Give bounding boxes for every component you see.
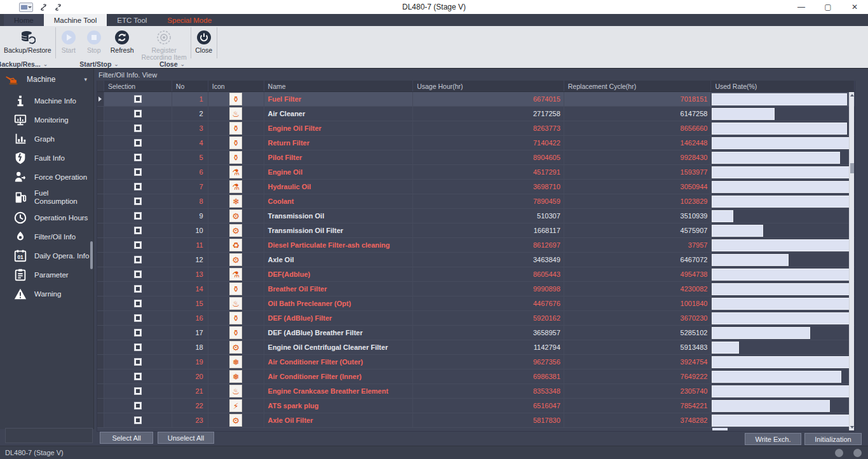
row-name-cell: Transmission Oil	[264, 209, 414, 223]
table-vertical-scrollbar[interactable]	[849, 92, 854, 430]
row-checkbox[interactable]	[134, 241, 142, 249]
row-checkbox[interactable]	[134, 343, 142, 351]
sidebar-header[interactable]: Machine ▾	[0, 69, 93, 91]
table-row[interactable]: 12⚙Axle Oil34638496467072	[97, 253, 855, 267]
scroll-up-icon[interactable]	[850, 92, 855, 98]
status-connection-icon[interactable]	[835, 449, 843, 457]
sidebar-scrollbar[interactable]	[90, 241, 93, 269]
ribbon-group-backup: Backup/Restore	[0, 26, 55, 60]
row-checkbox[interactable]	[134, 256, 142, 263]
tab-home[interactable]: Home	[4, 14, 44, 26]
row-checkbox[interactable]	[134, 227, 142, 234]
table-row[interactable]: 19❅Air Conditioner Filter (Outer)9627356…	[97, 355, 855, 369]
tab-machine-tool[interactable]: Machine Tool	[44, 14, 107, 26]
unselect-all-button[interactable]: Unselect All	[158, 432, 214, 444]
col-selection[interactable]: Selection	[104, 81, 172, 91]
table-row[interactable]: 17⚱DEF (AdBlue) Breather Filter365895752…	[97, 326, 855, 340]
table-row[interactable]: 8❄Coolant78904591023829	[97, 194, 855, 209]
table-row[interactable]: 16⚱DEF (AdBlue) Filter59201623670230	[97, 311, 855, 326]
row-checkbox[interactable]	[134, 139, 142, 147]
maximize-button[interactable]: ▢	[815, 0, 841, 14]
sidebar-item-fault-info[interactable]: Fault Info	[0, 149, 93, 168]
table-row[interactable]: 9⚙Transmission Oil5103073510939	[97, 209, 855, 223]
table-row[interactable]: 7⚗Hydraulic Oil36987103050944	[97, 180, 855, 194]
row-checkbox[interactable]	[134, 270, 142, 278]
table-row[interactable]: 6⚗Engine Oil45172911593977	[97, 165, 855, 180]
row-checkbox[interactable]	[134, 95, 142, 103]
col-replacement-cycle[interactable]: Replacement Cycle(hr)	[564, 81, 712, 91]
write-exch-button[interactable]: Write Exch.	[745, 433, 801, 445]
table-row[interactable]: 20❅Air Conditioner Filter (Inner)6986381…	[97, 369, 855, 384]
table-row[interactable]: 5⚱Pilot Filter89046059928430	[97, 150, 855, 165]
table-row[interactable]: 11♻Diesel Particulate Filter-ash cleanin…	[97, 238, 855, 253]
scrollbar-thumb[interactable]	[850, 163, 854, 173]
minimize-button[interactable]: —	[788, 0, 815, 14]
row-name-cell: Coolant	[264, 194, 414, 208]
dialog-launcher-icon[interactable]: ⌄	[180, 61, 186, 67]
row-checkbox[interactable]	[134, 110, 142, 117]
table-row[interactable]: 1⚱Fuel Filter66740157018151	[97, 92, 855, 107]
row-checkbox[interactable]	[134, 300, 142, 307]
sidebar-item-fuel-consumption[interactable]: FuelConsumption	[0, 187, 93, 208]
refresh-button[interactable]: Refresh	[107, 28, 138, 54]
row-checkbox[interactable]	[134, 168, 142, 176]
row-checkbox[interactable]	[134, 387, 142, 395]
transmission-oil-filter-icon: ⚙	[229, 224, 242, 237]
table-row[interactable]: 21♨Engine Crankcase Breather Element8353…	[97, 384, 855, 399]
select-all-button[interactable]: Select All	[100, 432, 153, 444]
close-window-button[interactable]: ✕	[841, 0, 868, 14]
row-checkbox[interactable]	[134, 402, 142, 409]
status-help-icon[interactable]	[853, 449, 862, 457]
sidebar-item-parameter[interactable]: Parameter	[0, 265, 93, 284]
row-checkbox[interactable]	[134, 197, 142, 205]
row-checkbox[interactable]	[134, 154, 142, 161]
row-checkbox[interactable]	[134, 416, 142, 424]
scroll-down-icon[interactable]	[850, 424, 855, 430]
sidebar-item-label: Graph	[34, 135, 55, 143]
row-checkbox[interactable]	[134, 212, 142, 220]
table-row[interactable]: 14⚱Breather Oil Filter99908984230082	[97, 282, 855, 296]
col-no[interactable]: No	[172, 81, 208, 91]
row-selection-cell	[104, 340, 172, 354]
hydraulic-oil-icon: ⚗	[229, 180, 242, 193]
row-cycle-cell: 2305740	[564, 384, 712, 398]
row-checkbox[interactable]	[134, 314, 142, 322]
close-button[interactable]: Close	[191, 28, 217, 54]
row-checkbox[interactable]	[134, 329, 142, 336]
tab-special-mode[interactable]: Special Mode	[157, 14, 222, 26]
sidebar-item-graph[interactable]: Graph	[0, 130, 93, 149]
sidebar-item-force-operation[interactable]: Force Operation	[0, 168, 93, 187]
table-row[interactable]: 15♨Oil Bath Precleaner (Opt)446767610018…	[97, 296, 855, 311]
row-checkbox[interactable]	[134, 285, 142, 293]
table-row[interactable]: 2♨Air Cleaner27172586147258	[97, 107, 855, 121]
col-name[interactable]: Name	[264, 81, 414, 91]
dialog-launcher-icon[interactable]: ⌄	[114, 61, 119, 67]
backup-restore-button[interactable]: Backup/Restore	[0, 28, 55, 54]
table-row[interactable]: 3⚱Engine Oil Filter82637738656660	[97, 121, 855, 136]
row-checkbox[interactable]	[134, 358, 142, 366]
row-no-cell: 10	[172, 223, 208, 237]
row-checkbox[interactable]	[134, 183, 142, 190]
row-checkbox[interactable]	[134, 373, 142, 380]
col-used-rate[interactable]: Used Rate(%)	[711, 81, 855, 91]
tab-etc-tool[interactable]: ETC Tool	[107, 14, 157, 26]
row-checkbox[interactable]	[134, 124, 142, 132]
sidebar-item-filter-oil-info[interactable]: Filter/Oil Info	[0, 227, 93, 246]
table-row[interactable]: 22⚡ATS spark plug65160477854221	[97, 399, 855, 413]
row-usage-cell: 1668117	[413, 223, 564, 237]
table-row[interactable]: 10⚙Transmission Oil Filter16681174575907	[97, 223, 855, 238]
sidebar-item-monitoring[interactable]: Monitoring	[0, 110, 93, 130]
table-row[interactable]: 18⚙Engine Oil Centrifugal Cleaner Filter…	[97, 340, 855, 355]
sidebar-item-machine-info[interactable]: Machine Info	[0, 91, 93, 110]
row-no-cell: 6	[172, 165, 208, 179]
col-icon[interactable]: Icon	[208, 81, 264, 91]
table-row[interactable]: 4⚱Return Filter71404221462448	[97, 136, 855, 150]
row-no-cell: 7	[172, 180, 208, 194]
table-row[interactable]: 23⚙Axle Oil Filter58178303748282	[97, 413, 855, 428]
sidebar-item-daily-opera-info[interactable]: 01Daily Opera. Info	[0, 246, 93, 265]
col-usage-hour[interactable]: Usage Hour(hr)	[413, 81, 564, 91]
initialization-button[interactable]: Initialization	[804, 433, 862, 445]
table-row[interactable]: 13⚗DEF(Adblue)86054434954738	[97, 267, 855, 282]
sidebar-item-operation-hours[interactable]: Operation Hours	[0, 208, 93, 227]
sidebar-item-warning[interactable]: Warning	[0, 284, 93, 303]
